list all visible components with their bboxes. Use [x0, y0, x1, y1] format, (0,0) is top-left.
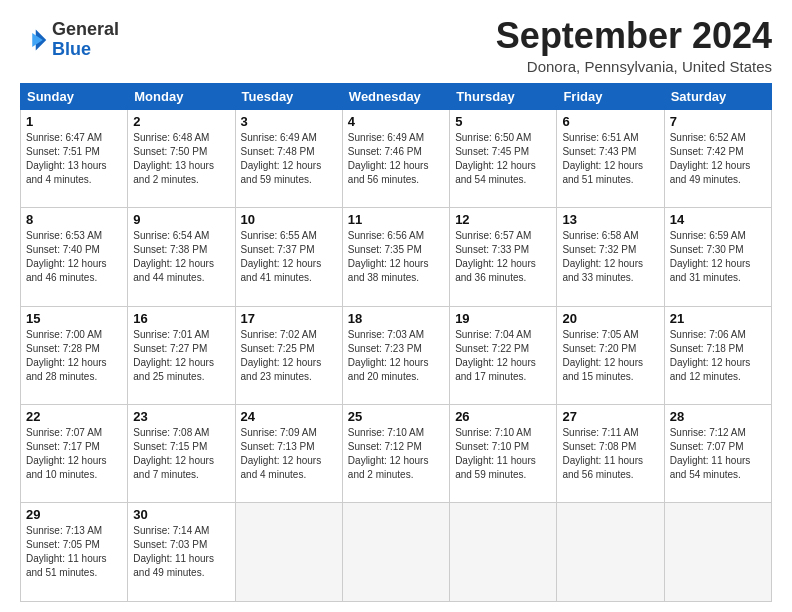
day-18: 18 Sunrise: 7:03 AMSunset: 7:23 PMDaylig…: [342, 306, 449, 404]
empty-1: [235, 503, 342, 602]
logo-blue: Blue: [52, 39, 91, 59]
day-20: 20 Sunrise: 7:05 AMSunset: 7:20 PMDaylig…: [557, 306, 664, 404]
day-5: 5 Sunrise: 6:50 AMSunset: 7:45 PMDayligh…: [450, 109, 557, 207]
day-14: 14 Sunrise: 6:59 AMSunset: 7:30 PMDaylig…: [664, 208, 771, 306]
day-27: 27 Sunrise: 7:11 AMSunset: 7:08 PMDaylig…: [557, 405, 664, 503]
calendar: Sunday Monday Tuesday Wednesday Thursday…: [20, 83, 772, 602]
day-29: 29 Sunrise: 7:13 AMSunset: 7:05 PMDaylig…: [21, 503, 128, 602]
day-26: 26 Sunrise: 7:10 AMSunset: 7:10 PMDaylig…: [450, 405, 557, 503]
day-2: 2 Sunrise: 6:48 AMSunset: 7:50 PMDayligh…: [128, 109, 235, 207]
header-saturday: Saturday: [664, 83, 771, 109]
day-3: 3 Sunrise: 6:49 AMSunset: 7:48 PMDayligh…: [235, 109, 342, 207]
day-23: 23 Sunrise: 7:08 AMSunset: 7:15 PMDaylig…: [128, 405, 235, 503]
header-tuesday: Tuesday: [235, 83, 342, 109]
logo-text: GeneralBlue: [52, 20, 119, 60]
week-4: 22 Sunrise: 7:07 AMSunset: 7:17 PMDaylig…: [21, 405, 772, 503]
header-monday: Monday: [128, 83, 235, 109]
day-10: 10 Sunrise: 6:55 AMSunset: 7:37 PMDaylig…: [235, 208, 342, 306]
empty-5: [664, 503, 771, 602]
day-7: 7 Sunrise: 6:52 AMSunset: 7:42 PMDayligh…: [664, 109, 771, 207]
day-6: 6 Sunrise: 6:51 AMSunset: 7:43 PMDayligh…: [557, 109, 664, 207]
title-block: September 2024 Donora, Pennsylvania, Uni…: [496, 16, 772, 75]
day-30: 30 Sunrise: 7:14 AMSunset: 7:03 PMDaylig…: [128, 503, 235, 602]
header-friday: Friday: [557, 83, 664, 109]
empty-4: [557, 503, 664, 602]
header-sunday: Sunday: [21, 83, 128, 109]
day-11: 11 Sunrise: 6:56 AMSunset: 7:35 PMDaylig…: [342, 208, 449, 306]
empty-2: [342, 503, 449, 602]
day-12: 12 Sunrise: 6:57 AMSunset: 7:33 PMDaylig…: [450, 208, 557, 306]
day-9: 9 Sunrise: 6:54 AMSunset: 7:38 PMDayligh…: [128, 208, 235, 306]
day-17: 17 Sunrise: 7:02 AMSunset: 7:25 PMDaylig…: [235, 306, 342, 404]
logo: GeneralBlue: [20, 20, 119, 60]
week-1: 1 Sunrise: 6:47 AMSunset: 7:51 PMDayligh…: [21, 109, 772, 207]
day-19: 19 Sunrise: 7:04 AMSunset: 7:22 PMDaylig…: [450, 306, 557, 404]
day-1: 1 Sunrise: 6:47 AMSunset: 7:51 PMDayligh…: [21, 109, 128, 207]
day-21: 21 Sunrise: 7:06 AMSunset: 7:18 PMDaylig…: [664, 306, 771, 404]
week-3: 15 Sunrise: 7:00 AMSunset: 7:28 PMDaylig…: [21, 306, 772, 404]
day-4: 4 Sunrise: 6:49 AMSunset: 7:46 PMDayligh…: [342, 109, 449, 207]
header: GeneralBlue September 2024 Donora, Penns…: [20, 16, 772, 75]
week-2: 8 Sunrise: 6:53 AMSunset: 7:40 PMDayligh…: [21, 208, 772, 306]
day-13: 13 Sunrise: 6:58 AMSunset: 7:32 PMDaylig…: [557, 208, 664, 306]
day-22: 22 Sunrise: 7:07 AMSunset: 7:17 PMDaylig…: [21, 405, 128, 503]
day-8: 8 Sunrise: 6:53 AMSunset: 7:40 PMDayligh…: [21, 208, 128, 306]
day-15: 15 Sunrise: 7:00 AMSunset: 7:28 PMDaylig…: [21, 306, 128, 404]
logo-icon: [20, 26, 48, 54]
location: Donora, Pennsylvania, United States: [496, 58, 772, 75]
logo-general: General: [52, 19, 119, 39]
week-5: 29 Sunrise: 7:13 AMSunset: 7:05 PMDaylig…: [21, 503, 772, 602]
day-24: 24 Sunrise: 7:09 AMSunset: 7:13 PMDaylig…: [235, 405, 342, 503]
day-16: 16 Sunrise: 7:01 AMSunset: 7:27 PMDaylig…: [128, 306, 235, 404]
month-title: September 2024: [496, 16, 772, 56]
day-28: 28 Sunrise: 7:12 AMSunset: 7:07 PMDaylig…: [664, 405, 771, 503]
page: GeneralBlue September 2024 Donora, Penns…: [0, 0, 792, 612]
header-thursday: Thursday: [450, 83, 557, 109]
day-25: 25 Sunrise: 7:10 AMSunset: 7:12 PMDaylig…: [342, 405, 449, 503]
empty-3: [450, 503, 557, 602]
header-wednesday: Wednesday: [342, 83, 449, 109]
